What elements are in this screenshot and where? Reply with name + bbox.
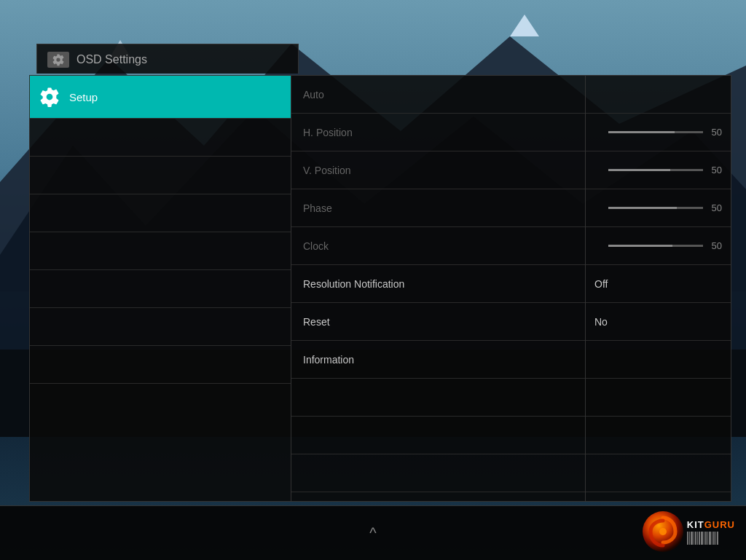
vpos-slider-bar[interactable] <box>608 169 703 171</box>
osd-title: OSD Settings <box>76 53 147 66</box>
kitguru-text-container: KIT GURU <box>687 519 735 545</box>
phase-slider-fill <box>608 207 677 209</box>
left-panel: Setup <box>29 75 291 502</box>
vpos-value: 50 <box>707 165 722 176</box>
clock-slider-container: 50 <box>594 240 722 251</box>
left-item-3 <box>30 157 291 194</box>
bottom-bar: ^ KIT GURU <box>0 505 746 560</box>
middle-item-resolution[interactable]: Resolution Notification <box>291 265 585 303</box>
svg-point-9 <box>659 528 667 535</box>
middle-item-hposition[interactable]: H. Position <box>291 114 585 151</box>
right-item-auto <box>586 76 731 114</box>
menu-item-setup[interactable]: Setup <box>30 76 291 119</box>
setup-gear-icon <box>39 86 60 108</box>
clock-slider-bar[interactable] <box>608 245 703 247</box>
right-item-empty1 <box>586 379 731 417</box>
kitguru-name: KIT GURU <box>687 519 735 530</box>
left-item-5 <box>30 232 291 270</box>
right-item-hpos: 50 <box>586 114 731 151</box>
vpos-slider-fill <box>608 169 670 171</box>
clock-label: Clock <box>303 240 329 252</box>
resolution-notification-value: Off <box>594 278 608 290</box>
osd-main-panel: Setup Auto H. Position V. Position Pha <box>29 75 731 502</box>
right-item-empty3 <box>586 454 731 492</box>
header-thumbnail <box>47 52 69 68</box>
resolution-label: Resolution Notification <box>303 278 404 290</box>
middle-item-clock[interactable]: Clock <box>291 227 585 265</box>
header-gear-icon <box>52 53 65 66</box>
right-item-info-value <box>586 341 731 379</box>
middle-item-empty1 <box>291 379 585 417</box>
setup-label: Setup <box>69 91 98 103</box>
left-item-6 <box>30 270 291 308</box>
left-item-8 <box>30 346 291 384</box>
clock-value: 50 <box>707 240 722 251</box>
left-item-7 <box>30 308 291 346</box>
kit-text: KIT <box>687 519 704 530</box>
middle-panel: Auto H. Position V. Position Phase Clock… <box>291 75 586 502</box>
hposition-label: H. Position <box>303 127 353 138</box>
middle-item-auto[interactable]: Auto <box>291 76 585 114</box>
middle-item-information[interactable]: Information <box>291 341 585 379</box>
right-item-vpos: 50 <box>586 151 731 189</box>
right-item-reset-value: No <box>586 303 731 341</box>
barcode <box>687 532 735 545</box>
middle-item-phase[interactable]: Phase <box>291 189 585 227</box>
phase-slider-container: 50 <box>594 202 722 213</box>
auto-label: Auto <box>303 89 324 100</box>
information-label: Information <box>303 354 354 366</box>
guru-text: GURU <box>704 519 735 530</box>
hpos-slider-bar[interactable] <box>608 131 703 133</box>
nav-section: ^ <box>15 519 731 548</box>
left-item-4 <box>30 194 291 232</box>
clock-slider-fill <box>608 245 672 247</box>
phase-slider-bar[interactable] <box>608 207 703 209</box>
middle-item-empty3 <box>291 454 585 492</box>
reset-value: No <box>594 316 608 328</box>
middle-item-vposition[interactable]: V. Position <box>291 151 585 189</box>
hpos-value: 50 <box>707 127 722 138</box>
right-item-resolution-value: Off <box>586 265 731 303</box>
vpos-slider-container: 50 <box>594 165 722 176</box>
vposition-label: V. Position <box>303 165 351 176</box>
right-item-empty2 <box>586 417 731 454</box>
middle-item-reset[interactable]: Reset <box>291 303 585 341</box>
phase-label: Phase <box>303 202 332 214</box>
kitguru-logo: KIT GURU <box>642 510 735 553</box>
right-panel: 50 50 50 <box>586 75 731 502</box>
right-item-clock: 50 <box>586 227 731 265</box>
middle-item-empty2 <box>291 417 585 454</box>
nav-up-button[interactable]: ^ <box>355 519 390 548</box>
osd-header: OSD Settings <box>36 44 299 74</box>
reset-label: Reset <box>303 316 330 328</box>
left-item-2 <box>30 119 291 157</box>
right-item-phase: 50 <box>586 189 731 227</box>
hpos-slider-fill <box>608 131 675 133</box>
kitguru-circle-icon <box>642 510 684 553</box>
hpos-slider-container: 50 <box>594 127 722 138</box>
phase-value: 50 <box>707 202 722 213</box>
osd-overlay: OSD Settings Setup Auto <box>29 44 731 502</box>
